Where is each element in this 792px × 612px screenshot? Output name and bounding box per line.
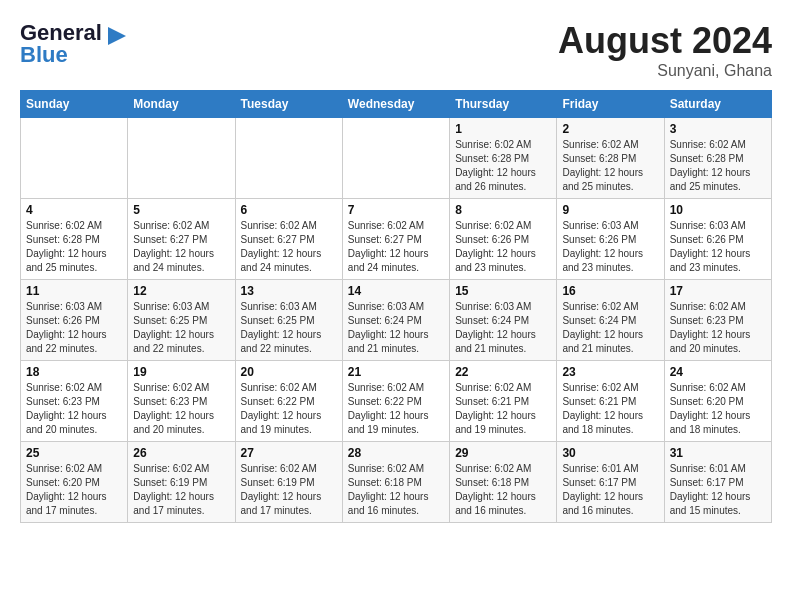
month-year: August 2024 bbox=[558, 20, 772, 62]
calendar-cell: 7Sunrise: 6:02 AMSunset: 6:27 PMDaylight… bbox=[342, 199, 449, 280]
day-number: 28 bbox=[348, 446, 444, 460]
day-number: 8 bbox=[455, 203, 551, 217]
day-number: 13 bbox=[241, 284, 337, 298]
day-number: 31 bbox=[670, 446, 766, 460]
day-number: 2 bbox=[562, 122, 658, 136]
week-row-3: 11Sunrise: 6:03 AMSunset: 6:26 PMDayligh… bbox=[21, 280, 772, 361]
calendar-cell: 13Sunrise: 6:03 AMSunset: 6:25 PMDayligh… bbox=[235, 280, 342, 361]
calendar-cell: 1Sunrise: 6:02 AMSunset: 6:28 PMDaylight… bbox=[450, 118, 557, 199]
calendar-table: Sunday Monday Tuesday Wednesday Thursday… bbox=[20, 90, 772, 523]
day-info: Sunrise: 6:03 AMSunset: 6:24 PMDaylight:… bbox=[348, 300, 444, 356]
calendar-cell: 12Sunrise: 6:03 AMSunset: 6:25 PMDayligh… bbox=[128, 280, 235, 361]
day-info: Sunrise: 6:02 AMSunset: 6:26 PMDaylight:… bbox=[455, 219, 551, 275]
calendar-cell bbox=[342, 118, 449, 199]
calendar-cell: 28Sunrise: 6:02 AMSunset: 6:18 PMDayligh… bbox=[342, 442, 449, 523]
calendar-cell: 2Sunrise: 6:02 AMSunset: 6:28 PMDaylight… bbox=[557, 118, 664, 199]
day-info: Sunrise: 6:03 AMSunset: 6:26 PMDaylight:… bbox=[670, 219, 766, 275]
week-row-2: 4Sunrise: 6:02 AMSunset: 6:28 PMDaylight… bbox=[21, 199, 772, 280]
day-number: 12 bbox=[133, 284, 229, 298]
day-info: Sunrise: 6:03 AMSunset: 6:24 PMDaylight:… bbox=[455, 300, 551, 356]
calendar-cell: 8Sunrise: 6:02 AMSunset: 6:26 PMDaylight… bbox=[450, 199, 557, 280]
calendar-cell: 5Sunrise: 6:02 AMSunset: 6:27 PMDaylight… bbox=[128, 199, 235, 280]
header-saturday: Saturday bbox=[664, 91, 771, 118]
day-info: Sunrise: 6:02 AMSunset: 6:23 PMDaylight:… bbox=[670, 300, 766, 356]
day-info: Sunrise: 6:02 AMSunset: 6:19 PMDaylight:… bbox=[133, 462, 229, 518]
week-row-4: 18Sunrise: 6:02 AMSunset: 6:23 PMDayligh… bbox=[21, 361, 772, 442]
header-wednesday: Wednesday bbox=[342, 91, 449, 118]
day-info: Sunrise: 6:01 AMSunset: 6:17 PMDaylight:… bbox=[562, 462, 658, 518]
day-info: Sunrise: 6:03 AMSunset: 6:26 PMDaylight:… bbox=[562, 219, 658, 275]
calendar-cell bbox=[235, 118, 342, 199]
calendar-cell: 19Sunrise: 6:02 AMSunset: 6:23 PMDayligh… bbox=[128, 361, 235, 442]
header-friday: Friday bbox=[557, 91, 664, 118]
day-info: Sunrise: 6:02 AMSunset: 6:18 PMDaylight:… bbox=[348, 462, 444, 518]
day-number: 20 bbox=[241, 365, 337, 379]
calendar-cell: 6Sunrise: 6:02 AMSunset: 6:27 PMDaylight… bbox=[235, 199, 342, 280]
day-number: 18 bbox=[26, 365, 122, 379]
calendar-cell: 25Sunrise: 6:02 AMSunset: 6:20 PMDayligh… bbox=[21, 442, 128, 523]
day-number: 26 bbox=[133, 446, 229, 460]
day-info: Sunrise: 6:02 AMSunset: 6:27 PMDaylight:… bbox=[348, 219, 444, 275]
logo: General Blue bbox=[20, 20, 126, 68]
calendar-cell: 14Sunrise: 6:03 AMSunset: 6:24 PMDayligh… bbox=[342, 280, 449, 361]
day-info: Sunrise: 6:02 AMSunset: 6:28 PMDaylight:… bbox=[670, 138, 766, 194]
day-number: 19 bbox=[133, 365, 229, 379]
page-header: General Blue August 2024 Sunyani, Ghana bbox=[20, 20, 772, 80]
logo-text-general: General bbox=[20, 20, 102, 45]
calendar-cell: 22Sunrise: 6:02 AMSunset: 6:21 PMDayligh… bbox=[450, 361, 557, 442]
day-info: Sunrise: 6:02 AMSunset: 6:28 PMDaylight:… bbox=[562, 138, 658, 194]
day-number: 9 bbox=[562, 203, 658, 217]
svg-marker-0 bbox=[108, 27, 126, 45]
day-info: Sunrise: 6:02 AMSunset: 6:27 PMDaylight:… bbox=[241, 219, 337, 275]
day-number: 10 bbox=[670, 203, 766, 217]
day-number: 15 bbox=[455, 284, 551, 298]
calendar-cell: 26Sunrise: 6:02 AMSunset: 6:19 PMDayligh… bbox=[128, 442, 235, 523]
header-sunday: Sunday bbox=[21, 91, 128, 118]
calendar-cell: 3Sunrise: 6:02 AMSunset: 6:28 PMDaylight… bbox=[664, 118, 771, 199]
day-info: Sunrise: 6:02 AMSunset: 6:21 PMDaylight:… bbox=[562, 381, 658, 437]
calendar-cell: 30Sunrise: 6:01 AMSunset: 6:17 PMDayligh… bbox=[557, 442, 664, 523]
calendar-cell: 16Sunrise: 6:02 AMSunset: 6:24 PMDayligh… bbox=[557, 280, 664, 361]
day-number: 17 bbox=[670, 284, 766, 298]
calendar-cell bbox=[21, 118, 128, 199]
day-number: 24 bbox=[670, 365, 766, 379]
day-info: Sunrise: 6:02 AMSunset: 6:20 PMDaylight:… bbox=[670, 381, 766, 437]
calendar-cell: 27Sunrise: 6:02 AMSunset: 6:19 PMDayligh… bbox=[235, 442, 342, 523]
day-info: Sunrise: 6:02 AMSunset: 6:27 PMDaylight:… bbox=[133, 219, 229, 275]
header-tuesday: Tuesday bbox=[235, 91, 342, 118]
day-number: 27 bbox=[241, 446, 337, 460]
calendar-cell: 9Sunrise: 6:03 AMSunset: 6:26 PMDaylight… bbox=[557, 199, 664, 280]
header-thursday: Thursday bbox=[450, 91, 557, 118]
day-number: 11 bbox=[26, 284, 122, 298]
day-info: Sunrise: 6:02 AMSunset: 6:28 PMDaylight:… bbox=[26, 219, 122, 275]
day-number: 16 bbox=[562, 284, 658, 298]
calendar-cell: 29Sunrise: 6:02 AMSunset: 6:18 PMDayligh… bbox=[450, 442, 557, 523]
day-info: Sunrise: 6:02 AMSunset: 6:23 PMDaylight:… bbox=[26, 381, 122, 437]
day-info: Sunrise: 6:02 AMSunset: 6:23 PMDaylight:… bbox=[133, 381, 229, 437]
day-info: Sunrise: 6:02 AMSunset: 6:24 PMDaylight:… bbox=[562, 300, 658, 356]
calendar-cell: 31Sunrise: 6:01 AMSunset: 6:17 PMDayligh… bbox=[664, 442, 771, 523]
calendar-cell: 15Sunrise: 6:03 AMSunset: 6:24 PMDayligh… bbox=[450, 280, 557, 361]
day-number: 23 bbox=[562, 365, 658, 379]
calendar-cell: 4Sunrise: 6:02 AMSunset: 6:28 PMDaylight… bbox=[21, 199, 128, 280]
header-monday: Monday bbox=[128, 91, 235, 118]
calendar-cell: 17Sunrise: 6:02 AMSunset: 6:23 PMDayligh… bbox=[664, 280, 771, 361]
day-info: Sunrise: 6:01 AMSunset: 6:17 PMDaylight:… bbox=[670, 462, 766, 518]
day-number: 7 bbox=[348, 203, 444, 217]
day-info: Sunrise: 6:02 AMSunset: 6:20 PMDaylight:… bbox=[26, 462, 122, 518]
day-number: 25 bbox=[26, 446, 122, 460]
week-row-5: 25Sunrise: 6:02 AMSunset: 6:20 PMDayligh… bbox=[21, 442, 772, 523]
week-row-1: 1Sunrise: 6:02 AMSunset: 6:28 PMDaylight… bbox=[21, 118, 772, 199]
day-info: Sunrise: 6:02 AMSunset: 6:19 PMDaylight:… bbox=[241, 462, 337, 518]
location: Sunyani, Ghana bbox=[558, 62, 772, 80]
day-number: 4 bbox=[26, 203, 122, 217]
day-number: 14 bbox=[348, 284, 444, 298]
day-info: Sunrise: 6:03 AMSunset: 6:25 PMDaylight:… bbox=[241, 300, 337, 356]
calendar-cell: 23Sunrise: 6:02 AMSunset: 6:21 PMDayligh… bbox=[557, 361, 664, 442]
calendar-cell: 18Sunrise: 6:02 AMSunset: 6:23 PMDayligh… bbox=[21, 361, 128, 442]
day-info: Sunrise: 6:03 AMSunset: 6:25 PMDaylight:… bbox=[133, 300, 229, 356]
weekday-header-row: Sunday Monday Tuesday Wednesday Thursday… bbox=[21, 91, 772, 118]
day-number: 1 bbox=[455, 122, 551, 136]
day-info: Sunrise: 6:03 AMSunset: 6:26 PMDaylight:… bbox=[26, 300, 122, 356]
day-number: 30 bbox=[562, 446, 658, 460]
